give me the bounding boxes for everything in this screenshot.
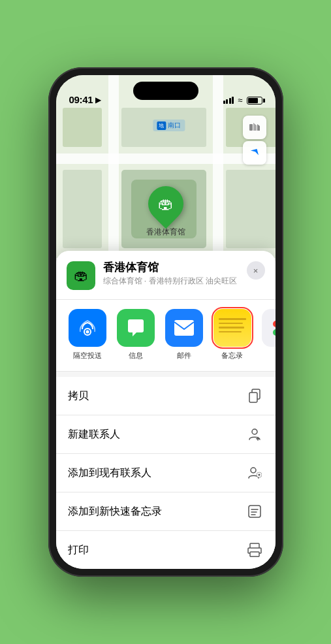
status-time: 09:41 [69,94,93,105]
wifi-icon: ≈ [238,95,242,105]
person-add-svg [247,466,262,480]
place-header: 🏟 香港体育馆 综合体育馆 · 香港特别行政区 油尖旺区 × [56,251,276,300]
more-dots-row2 [273,329,276,336]
place-info: 香港体育馆 综合体育馆 · 香港特别行政区 油尖旺区 [103,261,239,287]
svg-rect-28 [259,474,260,476]
place-icon: 🏟 [67,261,95,290]
share-more[interactable]: 提 [260,309,276,361]
message-svg [125,317,147,339]
map-type-button[interactable] [243,116,266,139]
pin-icon: 🏟 [158,195,174,213]
phone-screen: 09:41 ▶ ≈ [56,75,276,569]
phone-frame: 09:41 ▶ ≈ [48,67,283,577]
action-copy-label: 拷贝 [68,389,89,403]
share-row: 隔空投送 信息 [56,300,276,372]
status-icons: ≈ [223,95,262,105]
venue-pin: 🏟 香港体育馆 [146,186,185,238]
airdrop-label: 隔空投送 [73,351,102,361]
action-add-existing-label: 添加到现有联系人 [68,466,151,480]
person-icon [245,425,264,443]
place-name: 香港体育馆 [103,261,239,274]
action-quick-note-label: 添加到新快速备忘录 [68,505,162,519]
action-copy[interactable]: 拷贝 [56,377,276,415]
signal-bar-2 [226,99,228,104]
signal-bar-1 [223,101,225,104]
signal-bar-4 [232,97,234,104]
place-subtitle: 综合体育馆 · 香港特别行政区 油尖旺区 [103,276,239,287]
svg-rect-24 [257,437,259,441]
svg-point-18 [86,330,89,334]
location-icon: ▶ [95,95,101,105]
svg-rect-21 [249,393,257,402]
notes-label: 备忘录 [221,351,243,361]
copy-svg [247,389,262,403]
message-label: 信息 [129,351,143,361]
mail-svg [173,319,195,337]
print-svg [247,543,262,557]
close-button[interactable]: × [247,261,265,280]
svg-point-22 [252,429,257,434]
share-notes[interactable]: 备忘录 [212,309,253,361]
print-icon [245,541,264,559]
notes-icon [213,309,251,347]
close-icon: × [253,266,259,276]
notes-line-4 [219,331,242,333]
signal-bars [223,97,234,104]
action-list: 拷贝 新建联系人 [56,377,276,569]
action-add-existing[interactable]: 添加到现有联系人 [56,454,276,492]
svg-rect-7 [63,170,102,248]
bottom-sheet: 🏟 香港体育馆 综合体育馆 · 香港特别行政区 油尖旺区 × [56,251,276,569]
person-svg [247,427,262,442]
location-button[interactable] [243,141,266,165]
dynamic-island [133,82,198,100]
svg-point-25 [251,468,256,473]
map-label-text: 南口 [168,121,181,130]
share-mail[interactable]: 邮件 [163,309,205,361]
share-airdrop[interactable]: 隔空投送 [67,309,108,361]
svg-rect-29 [249,506,260,517]
action-print-label: 打印 [68,543,89,557]
action-quick-note[interactable]: 添加到新快速备忘录 [56,492,276,531]
airdrop-icon [69,309,106,347]
share-message[interactable]: 信息 [115,309,157,361]
location-icon [249,147,260,159]
svg-marker-16 [257,124,260,131]
mail-label: 邮件 [177,351,191,361]
notes-line-1 [219,318,246,320]
svg-rect-19 [174,320,194,336]
note-svg [247,504,262,519]
notes-line-2 [219,323,244,325]
svg-rect-14 [249,124,253,131]
person-add-icon [245,464,264,482]
svg-rect-33 [250,543,259,548]
message-icon [117,309,155,347]
notes-lines [219,318,246,332]
battery-fill [248,98,258,103]
action-new-contact[interactable]: 新建联系人 [56,415,276,454]
map-label-icon: 地 [157,121,166,130]
note-icon [245,502,264,521]
map-north-exit-label: 地 南口 [153,120,185,131]
battery-icon [247,97,262,105]
more-dot-red [273,321,276,327]
svg-marker-15 [253,123,257,131]
mail-icon [165,309,203,347]
pin-circle: 🏟 [140,179,190,229]
airdrop-svg [77,317,98,338]
action-new-contact-label: 新建联系人 [68,428,120,442]
notes-line-3 [219,327,245,329]
svg-rect-9 [226,170,276,248]
more-icon [262,309,276,347]
svg-rect-4 [63,108,102,147]
action-print[interactable]: 打印 [56,531,276,569]
map-type-icon [249,121,260,133]
map-controls [243,116,266,165]
more-dots-row1 [273,321,276,327]
more-dot-green [273,329,276,336]
signal-bar-3 [229,98,231,104]
copy-icon [245,387,264,405]
svg-rect-34 [250,552,259,556]
